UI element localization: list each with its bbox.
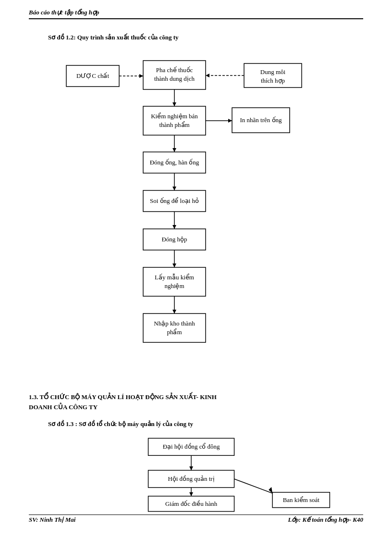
svg-text:Đóng hộp: Đóng hộp: [161, 236, 187, 243]
svg-marker-38: [172, 310, 176, 314]
svg-text:Ban kiểm soát: Ban kiểm soát: [283, 496, 320, 503]
svg-text:thành phẩm: thành phẩm: [159, 121, 189, 128]
svg-rect-34: [143, 267, 206, 296]
header: Báo cáo thực tập tổng hợp: [29, 9, 363, 19]
svg-line-52: [234, 479, 273, 493]
footer-right: Lớp: Kế toán tổng hợp- K40: [288, 516, 363, 524]
svg-marker-8: [139, 74, 143, 78]
header-title: Báo cáo thực tập tổng hợp: [29, 9, 99, 16]
page: Báo cáo thực tập tổng hợp Sơ đồ 1.2: Quy…: [0, 0, 392, 540]
svg-text:Soi ống để loại hỏ: Soi ống để loại hỏ: [150, 197, 199, 204]
svg-text:Dung môi: Dung môi: [260, 68, 286, 75]
svg-text:Đóng ống, hàn ống: Đóng ống, hàn ống: [150, 159, 199, 166]
svg-text:phẩm: phẩm: [167, 328, 182, 336]
svg-marker-10: [206, 74, 209, 77]
svg-rect-13: [143, 106, 206, 135]
svg-marker-25: [172, 187, 176, 190]
svg-marker-45: [189, 466, 193, 470]
svg-text:Hội đồng quản trị: Hội đồng quản trị: [168, 475, 214, 482]
svg-marker-33: [172, 264, 176, 267]
org-chart: Đại hội đồng cổ đông Hội đồng quản trị G…: [29, 436, 363, 513]
svg-text:nghiệm: nghiệm: [164, 282, 184, 289]
footer-left: SV: Ninh Thị Mai: [29, 516, 75, 524]
svg-text:Nhập kho thành: Nhập kho thành: [154, 320, 195, 327]
svg-text:Lấy mẫu kiểm: Lấy mẫu kiểm: [155, 274, 194, 281]
duoc-chat-label: DƯỢC chất: [76, 72, 110, 79]
svg-marker-21: [172, 148, 176, 152]
svg-text:Pha chế thuốc: Pha chế thuốc: [156, 66, 193, 74]
svg-text:thành dung dịch: thành dung dịch: [154, 75, 195, 82]
svg-text:In nhãn trên ống: In nhãn trên ống: [240, 116, 282, 124]
svg-marker-49: [189, 492, 193, 496]
svg-text:Đại hội đồng cổ đông: Đại hội đồng cổ đông: [163, 443, 220, 450]
flowchart-svg: DƯỢC chất Pha chế thuốc thành dung dịch …: [61, 51, 331, 378]
section-1-3-heading: 1.3. TỔ CHỨC BỘ MÁY QUẢN LÍ HOẠT ĐỘNG SẢ…: [29, 392, 363, 413]
svg-text:thích hợp: thích hợp: [261, 77, 285, 84]
diagram1-title: Sơ đồ 1.2: Quy trình sản xuất thuốc của …: [48, 34, 363, 41]
svg-marker-17: [228, 119, 232, 123]
diagram1-3-title: Sơ đồ 1.3 : Sơ đồ tổ chức bộ máy quản lý…: [48, 420, 363, 428]
org-chart-svg: Đại hội đồng cổ đông Hội đồng quản trị G…: [29, 436, 363, 513]
svg-rect-39: [143, 314, 206, 342]
svg-marker-29: [172, 225, 176, 229]
flowchart-1-2: DƯỢC chất Pha chế thuốc thành dung dịch …: [29, 51, 363, 378]
footer: SV: Ninh Thị Mai Lớp: Kế toán tổng hợp- …: [29, 515, 363, 524]
svg-marker-12: [172, 102, 176, 106]
svg-text:Giám đốc điều hành: Giám đốc điều hành: [165, 500, 218, 507]
svg-text:Kiểm nghiệm bán: Kiểm nghiệm bán: [151, 113, 198, 120]
